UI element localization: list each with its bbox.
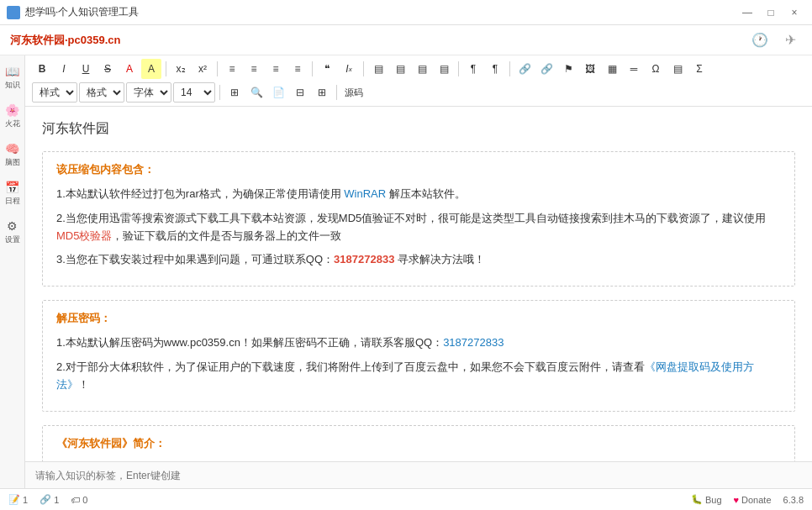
font-select[interactable]: 字体 [126,82,171,103]
align-justify-button[interactable]: ▤ [434,59,454,79]
links-icon: 🔗 [40,494,51,505]
donate-label: Donate [741,495,771,505]
style-select-wrap: 样式 [32,82,77,103]
flag-button[interactable]: ⚑ [558,59,578,79]
strike-button[interactable]: S [98,59,118,79]
source-button[interactable]: 源码 [341,82,366,103]
tags-number: 0 [82,495,87,505]
tag-input-bar [25,461,812,488]
maximize-button[interactable]: □ [760,4,782,21]
doc-button[interactable]: 📄 [268,82,288,103]
content-block-3: 《河东软件园》简介： [42,425,795,461]
sidebar-label-knowledge: 知识 [5,80,20,91]
bold-button[interactable]: B [32,59,52,79]
winrar-link[interactable]: WinRAR [344,187,386,200]
logo-text: 河东软件园·pc0359.cn [10,33,121,48]
tags-count: 🏷 0 [71,494,87,505]
heart-icon: ♥ [734,495,740,505]
align-right-button[interactable]: ▤ [412,59,432,79]
unlink-button[interactable]: 🔗 [536,59,556,79]
netdisk-link[interactable]: 《网盘提取码及使用方法》 [56,360,754,391]
tag-input[interactable] [35,470,802,481]
sidebar-label-settings: 设置 [5,234,20,245]
version-number: 6.3.8 [783,495,804,505]
window-title: 想学吗·个人知识管理工具 [25,5,139,19]
links-count: 🔗 1 [40,494,59,505]
highlight-button[interactable]: A [141,59,161,79]
editor-area[interactable]: 河东软件园 该压缩包内容包含： 1.本站默认软件经过打包为rar格式，为确保正常… [25,107,812,461]
special-char-button[interactable]: Ω [646,59,666,79]
block-3-heading: 《河东软件园》简介： [56,436,781,451]
split-button[interactable]: ⊟ [290,82,310,103]
block-2-heading: 解压密码： [56,311,781,326]
editor-title: 河东软件园 [42,120,795,138]
qq-number-2[interactable]: 3187272833 [443,336,504,349]
content-block-2: 解压密码： 1.本站默认解压密码为www.pc0359.cn！如果解压密码不正确… [42,300,795,411]
notes-number: 1 [23,495,28,505]
style-select[interactable]: 样式 [32,82,77,103]
toolbar-row-1: B I U S A A x₂ x² ≡ ≡ ≡ ≡ ❝ Ix ▤ ▤ ▤ [32,59,805,79]
close-button[interactable]: × [783,4,805,21]
align-left-button[interactable]: ▤ [368,59,388,79]
content-block-1: 该压缩包内容包含： 1.本站默认软件经过打包为rar格式，为确保正常使用请使用 … [42,151,795,287]
indent-less-button[interactable]: ≡ [266,59,286,79]
paragraph2-button[interactable]: ¶ [485,59,505,79]
image-button[interactable]: 🖼 [580,59,600,79]
align-center-button[interactable]: ▤ [390,59,410,79]
blockquote-button[interactable]: ❝ [317,59,337,79]
italic-button[interactable]: I [54,59,74,79]
mindmap-icon: 🧠 [5,142,19,155]
underline-button[interactable]: U [76,59,96,79]
size-select[interactable]: 14 [173,82,215,103]
list-item: 2.对于部分大体积软件，为了保证用户的下载速度，我们将附件上传到了百度云盘中，如… [56,359,781,394]
merge-button[interactable]: ⊞ [312,82,332,103]
unordered-list-button[interactable]: ≡ [244,59,264,79]
superscript-button[interactable]: x² [192,59,213,79]
separator-3 [312,61,313,76]
rule-button[interactable]: ═ [624,59,644,79]
bug-item[interactable]: 🐛 Bug [691,494,722,505]
table-button[interactable]: ▦ [602,59,622,79]
separator-2 [217,61,218,76]
font-select-wrap: 字体 [126,82,171,103]
logo-bar: 河东软件园·pc0359.cn 🕐 ✈ [0,25,812,55]
sigma-button[interactable]: Σ [689,59,709,79]
sidebar-item-spark[interactable]: 🌸 火花 [1,97,24,134]
sidebar-item-knowledge[interactable]: 📖 知识 [1,59,24,96]
status-left: 📝 1 🔗 1 🏷 0 [8,494,87,505]
minimize-button[interactable]: — [736,4,758,21]
send-button[interactable]: ✈ [778,29,802,52]
sidebar-item-schedule[interactable]: 📅 日程 [1,175,24,212]
format-select[interactable]: 格式 [79,82,124,103]
logo-site: 河东软件园·pc0359.cn [10,34,121,46]
separator-6 [509,61,510,76]
template-button[interactable]: ▤ [667,59,688,79]
clear-format-button[interactable]: Ix [339,59,359,79]
md5-link[interactable]: MD5校验器 [56,229,112,242]
qq-number-1: 3187272833 [334,253,394,266]
sidebar-item-mindmap[interactable]: 🧠 脑图 [1,136,24,173]
toolbar: B I U S A A x₂ x² ≡ ≡ ≡ ≡ ❝ Ix ▤ ▤ ▤ [25,55,812,107]
sidebar-label-spark: 火花 [5,118,20,129]
font-color-button[interactable]: A [119,59,140,79]
spark-icon: 🌸 [5,103,19,117]
window-controls: — □ × [736,4,805,21]
content-area: B I U S A A x₂ x² ≡ ≡ ≡ ≡ ❝ Ix ▤ ▤ ▤ [25,55,812,488]
block-1-list: 1.本站默认软件经过打包为rar格式，为确保正常使用请使用 WinRAR 解压本… [56,186,781,269]
indent-more-button[interactable]: ≡ [287,59,308,79]
history-button[interactable]: 🕐 [748,29,772,52]
list-item: 3.当您在下载安装过程中如果遇到问题，可通过联系QQ：3187272833 寻求… [56,251,781,269]
donate-item[interactable]: ♥ Donate [734,495,772,505]
ordered-list-button[interactable]: ≡ [222,59,242,79]
copy-format-button[interactable]: ⊞ [224,82,245,103]
paragraph-button[interactable]: ¶ [463,59,483,79]
format-select-wrap: 格式 [79,82,124,103]
list-item: 1.本站默认解压密码为www.pc0359.cn！如果解压密码不正确，请联系客服… [56,334,781,352]
list-item: 2.当您使用迅雷等搜索资源式下载工具下载本站资源，发现MD5值验证不对时，很可能… [56,210,781,245]
subscript-button[interactable]: x₂ [171,59,191,79]
links-number: 1 [54,495,59,505]
link-button[interactable]: 🔗 [514,59,535,79]
sidebar-item-settings[interactable]: ⚙ 设置 [1,213,24,250]
separator-7 [219,85,220,100]
search-button[interactable]: 🔍 [246,82,266,103]
